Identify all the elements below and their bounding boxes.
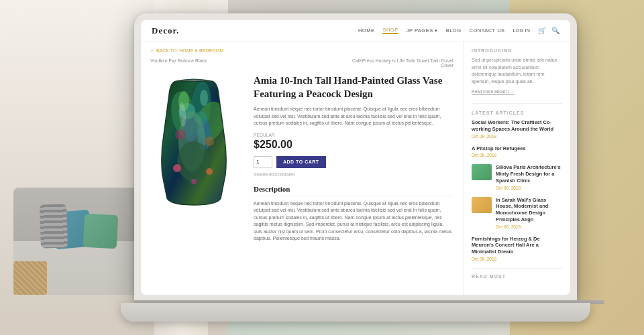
screen-bezel: Decor. HOME SHOP JP PAGES BLOG CONTACT U… (141, 20, 570, 295)
nav-links: HOME SHOP JP PAGES BLOG CONTACT US (358, 27, 505, 34)
article-item: Social Workers: The Craftiest Co-working… (472, 119, 562, 139)
divider (472, 103, 562, 104)
divider (472, 268, 562, 269)
article-title[interactable]: A Pitstop for Refugees (472, 145, 562, 152)
quantity-input[interactable] (254, 156, 272, 168)
article-date: Oct 08, 2018 (496, 186, 562, 190)
article-item: Furnishings for Herzog & De Meuron's Con… (472, 236, 562, 261)
product-title: Amia 10-Inch Tall Hand-Painted Glass Vas… (254, 74, 453, 100)
prev-next-navigation: Vordlum Faz Buboca Black CafePress Hocke… (150, 58, 453, 68)
svg-point-10 (177, 141, 211, 182)
article-item: A Pitstop for Refugees Oct 08, 2018 (472, 145, 562, 158)
laptop-screen: Decor. HOME SHOP JP PAGES BLOG CONTACT U… (134, 13, 577, 302)
article-date: Oct 08, 2018 (496, 224, 562, 229)
article-date: Oct 08, 2018 (472, 153, 562, 157)
nav-home[interactable]: HOME (358, 27, 375, 34)
website: Decor. HOME SHOP JP PAGES BLOG CONTACT U… (141, 20, 570, 295)
main-content: ← BACK TO: HOME & BEDROOM Vordlum Faz Bu… (141, 42, 570, 295)
basket (13, 261, 47, 295)
price-label: REGULAR (254, 133, 453, 137)
login-link[interactable]: LOG IN (513, 27, 530, 34)
product-image-wrapper (150, 74, 244, 243)
read-most-label: READ MOST (472, 274, 562, 279)
article-title[interactable]: In Sarah Wall's Glass House, Modernist a… (496, 197, 562, 223)
cart-icon[interactable]: 🛒 (538, 27, 546, 34)
product-row: Amia 10-Inch Tall Hand-Painted Glass Vas… (150, 74, 453, 243)
read-more-link[interactable]: Read more about it → (472, 89, 562, 94)
svg-point-15 (191, 179, 197, 184)
product-area: ← BACK TO: HOME & BEDROOM Vordlum Faz Bu… (141, 42, 463, 295)
svg-point-9 (205, 137, 214, 146)
description-section: Description Aenean tincidunt neque nec t… (254, 185, 453, 243)
laptop-base (121, 303, 590, 322)
nav-blog[interactable]: BLOG (446, 27, 462, 34)
svg-point-12 (200, 90, 208, 106)
prev-product-link[interactable]: Vordlum Faz Buboca Black (150, 58, 207, 68)
nav-contact[interactable]: CONTACT US (470, 27, 505, 34)
article-thumbnail (472, 197, 492, 213)
next-product-link[interactable]: CafePress Hockey is Life Twin Duvet Twin… (346, 58, 453, 68)
laptop: Decor. HOME SHOP JP PAGES BLOG CONTACT U… (134, 13, 590, 322)
intro-text: Sed ut perspiciatis unde omnis iste natu… (472, 57, 562, 85)
navigation: Decor. HOME SHOP JP PAGES BLOG CONTACT U… (141, 20, 570, 42)
cushion-green (83, 214, 119, 249)
latest-articles-label: LATEST ARTICLES (472, 111, 562, 115)
introducing-label: INTRODUCING (472, 48, 562, 53)
svg-point-13 (173, 164, 181, 172)
share-label: SHARE/BOOKMARK (254, 172, 453, 177)
sidebar: INTRODUCING Sed ut perspiciatis unde omn… (463, 42, 570, 295)
product-price: $250.00 (254, 139, 453, 151)
article-item: In Sarah Wall's Glass House, Modernist a… (472, 197, 562, 230)
nav-shop[interactable]: SHOP (382, 27, 398, 34)
product-description-short: Aenean tincidunt neque nec tortor tincid… (254, 106, 453, 127)
article-date: Oct 08, 2018 (472, 257, 562, 261)
product-info: Amia 10-Inch Tall Hand-Painted Glass Vas… (254, 74, 453, 243)
article-title[interactable]: Furnishings for Herzog & De Meuron's Con… (472, 236, 562, 255)
description-heading: Description (254, 185, 453, 196)
nav-jppages[interactable]: JP PAGES (407, 27, 438, 34)
product-description-long: Aenean tincidunt neque nec tortor tincid… (254, 200, 453, 243)
latest-articles: LATEST ARTICLES Social Workers: The Craf… (472, 111, 562, 279)
nav-icons: LOG IN 🛒 🔍 (513, 27, 559, 34)
site-logo: Decor. (152, 25, 179, 36)
article-title[interactable]: Social Workers: The Craftiest Co-working… (472, 119, 562, 133)
search-icon[interactable]: 🔍 (551, 27, 559, 34)
svg-point-14 (206, 168, 213, 175)
breadcrumb: ← BACK TO: HOME & BEDROOM (150, 48, 453, 53)
cushion-stripe (40, 204, 68, 248)
qty-cart-row: ADD TO CART (254, 156, 453, 168)
article-thumbnail (472, 164, 492, 180)
product-image (150, 74, 237, 208)
article-title[interactable]: Sillova Paris Architecture's Minty Fresh… (496, 164, 562, 184)
article-date: Oct 08, 2018 (472, 134, 562, 139)
add-to-cart-button[interactable]: ADD TO CART (276, 156, 326, 168)
svg-point-8 (175, 129, 186, 140)
article-item: Sillova Paris Architecture's Minty Fresh… (472, 164, 562, 191)
